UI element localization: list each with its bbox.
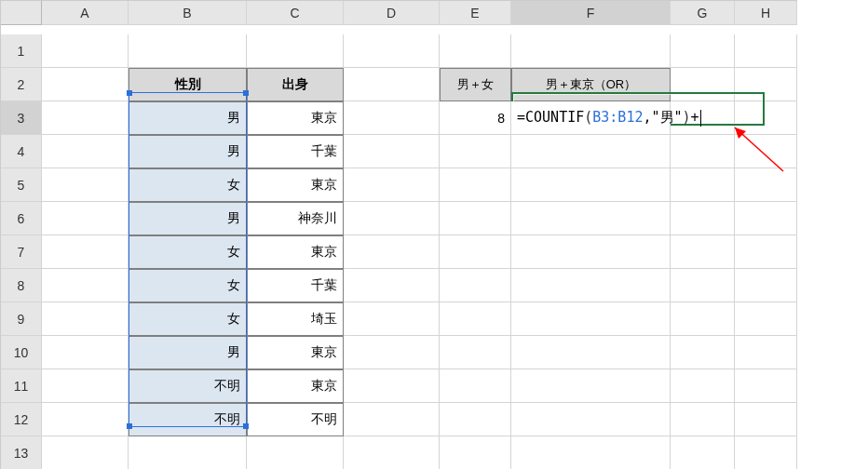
cell-F3-active[interactable]: =COUNTIF(B3:B12,"男")+ — [511, 101, 671, 135]
cell-F5[interactable] — [511, 168, 671, 202]
cell-F9[interactable] — [511, 302, 671, 336]
cell-F10[interactable] — [511, 336, 671, 369]
cell-B11[interactable]: 不明 — [129, 369, 247, 403]
cell-D10[interactable] — [344, 336, 440, 369]
cell-B12[interactable]: 不明 — [129, 403, 247, 436]
cell-C1[interactable] — [247, 34, 344, 68]
row-header-9[interactable]: 9 — [1, 302, 42, 336]
cell-A12[interactable] — [42, 403, 129, 436]
cell-F11[interactable] — [511, 369, 671, 403]
cell-G6[interactable] — [671, 202, 735, 235]
cell-C13[interactable] — [247, 436, 344, 469]
cell-H9[interactable] — [735, 302, 797, 336]
cell-H8[interactable] — [735, 269, 797, 302]
cell-D9[interactable] — [344, 302, 440, 336]
cell-H5[interactable] — [735, 168, 797, 202]
cell-A6[interactable] — [42, 202, 129, 235]
cell-H4[interactable] — [735, 135, 797, 168]
row-header-13[interactable]: 13 — [1, 436, 42, 469]
cell-D7[interactable] — [344, 235, 440, 269]
cell-E11[interactable] — [440, 369, 511, 403]
cell-G11[interactable] — [671, 369, 735, 403]
cell-D12[interactable] — [344, 403, 440, 436]
cell-C12[interactable]: 不明 — [247, 403, 344, 436]
row-header-1[interactable]: 1 — [1, 34, 42, 68]
row-header-10[interactable]: 10 — [1, 336, 42, 369]
cell-B8[interactable]: 女 — [129, 269, 247, 302]
cell-E1[interactable] — [440, 34, 511, 68]
cell-A13[interactable] — [42, 436, 129, 469]
cell-A9[interactable] — [42, 302, 129, 336]
cell-F7[interactable] — [511, 235, 671, 269]
cell-E4[interactable] — [440, 135, 511, 168]
cell-C10[interactable]: 東京 — [247, 336, 344, 369]
cell-F12[interactable] — [511, 403, 671, 436]
cell-C6[interactable]: 神奈川 — [247, 202, 344, 235]
cell-G8[interactable] — [671, 269, 735, 302]
cell-H10[interactable] — [735, 336, 797, 369]
cell-A5[interactable] — [42, 168, 129, 202]
cell-A10[interactable] — [42, 336, 129, 369]
row-header-2[interactable]: 2 — [1, 68, 42, 101]
col-header-E[interactable]: E — [440, 1, 511, 25]
cell-G13[interactable] — [671, 436, 735, 469]
cell-H12[interactable] — [735, 403, 797, 436]
row-header-7[interactable]: 7 — [1, 235, 42, 269]
row-header-3[interactable]: 3 — [1, 101, 42, 135]
cell-D4[interactable] — [344, 135, 440, 168]
cell-C8[interactable]: 千葉 — [247, 269, 344, 302]
header-gender[interactable]: 性別 — [129, 68, 247, 101]
cell-F4[interactable] — [511, 135, 671, 168]
cell-B13[interactable] — [129, 436, 247, 469]
col-header-C[interactable]: C — [247, 1, 344, 25]
col-header-B[interactable]: B — [129, 1, 247, 25]
cell-E7[interactable] — [440, 235, 511, 269]
cell-H6[interactable] — [735, 202, 797, 235]
cell-B6[interactable]: 男 — [129, 202, 247, 235]
cell-H2[interactable] — [735, 68, 797, 101]
cell-A2[interactable] — [42, 68, 129, 101]
row-header-12[interactable]: 12 — [1, 403, 42, 436]
cell-E6[interactable] — [440, 202, 511, 235]
col-header-H[interactable]: H — [735, 1, 797, 25]
cell-A11[interactable] — [42, 369, 129, 403]
cell-G4[interactable] — [671, 135, 735, 168]
cell-G9[interactable] — [671, 302, 735, 336]
cell-B5[interactable]: 女 — [129, 168, 247, 202]
cell-C7[interactable]: 東京 — [247, 235, 344, 269]
spreadsheet-grid[interactable]: A B C D E F G H 1 2 性別 出身 男＋女 男＋東京（OR） 3… — [0, 0, 797, 469]
cell-C3[interactable]: 東京 — [247, 101, 344, 135]
cell-G5[interactable] — [671, 168, 735, 202]
cell-B4[interactable]: 男 — [129, 135, 247, 168]
cell-C9[interactable]: 埼玉 — [247, 302, 344, 336]
col-header-A[interactable]: A — [42, 1, 129, 25]
cell-H11[interactable] — [735, 369, 797, 403]
cell-D13[interactable] — [344, 436, 440, 469]
cell-C4[interactable]: 千葉 — [247, 135, 344, 168]
cell-D11[interactable] — [344, 369, 440, 403]
cell-E3[interactable]: 8 — [440, 101, 511, 135]
cell-G10[interactable] — [671, 336, 735, 369]
cell-G2[interactable] — [671, 68, 735, 101]
row-header-5[interactable]: 5 — [1, 168, 42, 202]
cell-E8[interactable] — [440, 269, 511, 302]
cell-G1[interactable] — [671, 34, 735, 68]
col-header-G[interactable]: G — [671, 1, 735, 25]
cell-B10[interactable]: 男 — [129, 336, 247, 369]
col-header-F[interactable]: F — [511, 1, 671, 25]
cell-D5[interactable] — [344, 168, 440, 202]
cell-B9[interactable]: 女 — [129, 302, 247, 336]
header-male-female[interactable]: 男＋女 — [440, 68, 511, 101]
cell-H3[interactable] — [735, 101, 797, 135]
cell-H1[interactable] — [735, 34, 797, 68]
cell-D8[interactable] — [344, 269, 440, 302]
cell-E5[interactable] — [440, 168, 511, 202]
cell-E13[interactable] — [440, 436, 511, 469]
cell-A8[interactable] — [42, 269, 129, 302]
cell-A1[interactable] — [42, 34, 129, 68]
cell-E12[interactable] — [440, 403, 511, 436]
cell-B3[interactable]: 男 — [129, 101, 247, 135]
header-male-tokyo-or[interactable]: 男＋東京（OR） — [511, 68, 671, 101]
cell-F6[interactable] — [511, 202, 671, 235]
cell-C5[interactable]: 東京 — [247, 168, 344, 202]
